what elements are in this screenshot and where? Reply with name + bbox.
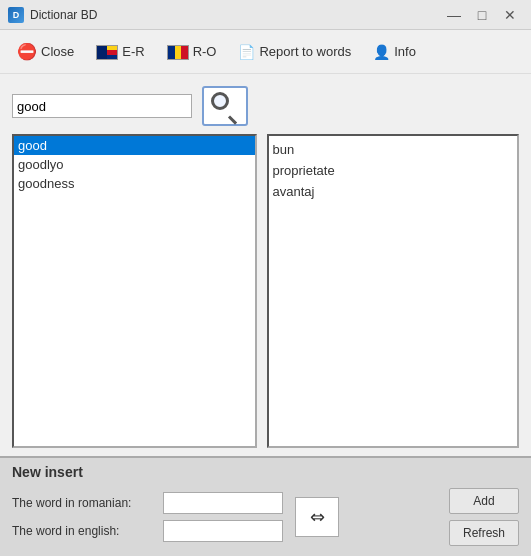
window-title: Dictionar BD [30, 8, 97, 22]
form-fields: The word in romanian: The word in englis… [12, 492, 283, 542]
swap-container: ⇔ [291, 497, 339, 537]
word-list[interactable]: goodgoodlyogoodness [12, 134, 257, 448]
search-area [12, 86, 519, 126]
report-button[interactable]: 📄 Report to words [229, 35, 360, 69]
refresh-button[interactable]: Refresh [449, 520, 519, 546]
list-item[interactable]: good [14, 136, 255, 155]
romanian-input[interactable] [163, 492, 283, 514]
title-left: D Dictionar BD [8, 7, 97, 23]
translation-line: bun [273, 140, 514, 161]
list-item[interactable]: goodness [14, 174, 255, 193]
english-row: The word in english: [12, 520, 283, 542]
er-label: E-R [122, 44, 144, 59]
ro-label: R-O [193, 44, 217, 59]
app-icon: D [8, 7, 24, 23]
list-item[interactable]: goodlyo [14, 155, 255, 174]
info-icon: 👤 [373, 44, 390, 60]
ro-button[interactable]: R-O [158, 35, 226, 69]
er-flag-icon [96, 43, 118, 59]
magnifier-icon [211, 92, 239, 120]
close-icon: ⛔ [17, 42, 37, 61]
lists-area: goodgoodlyogoodness bunproprietateavanta… [12, 134, 519, 448]
swap-button[interactable]: ⇔ [295, 497, 339, 537]
minimize-button[interactable]: — [441, 4, 467, 26]
maximize-button[interactable]: □ [469, 4, 495, 26]
search-button[interactable] [202, 86, 248, 126]
ro-flag-icon [167, 43, 189, 59]
swap-arrows-icon: ⇔ [310, 506, 325, 528]
toolbar: ⛔ Close E-R R-O 📄 Report to words 👤 Info [0, 30, 531, 74]
title-bar: D Dictionar BD — □ ✕ [0, 0, 531, 30]
er-button[interactable]: E-R [87, 35, 153, 69]
search-input[interactable] [12, 94, 192, 118]
info-button[interactable]: 👤 Info [364, 35, 425, 69]
translation-line: avantaj [273, 182, 514, 203]
close-window-button[interactable]: ✕ [497, 4, 523, 26]
close-label: Close [41, 44, 74, 59]
english-label: The word in english: [12, 524, 157, 538]
translation-line: proprietate [273, 161, 514, 182]
info-label: Info [394, 44, 416, 59]
close-toolbar-button[interactable]: ⛔ Close [8, 35, 83, 69]
report-icon: 📄 [238, 44, 255, 60]
translation-box: bunproprietateavantaj [267, 134, 520, 448]
romanian-label: The word in romanian: [12, 496, 157, 510]
romanian-row: The word in romanian: [12, 492, 283, 514]
new-insert-header: New insert [12, 464, 519, 480]
title-controls: — □ ✕ [441, 4, 523, 26]
english-input[interactable] [163, 520, 283, 542]
new-insert-section: New insert The word in romanian: The wor… [0, 456, 531, 556]
report-label: Report to words [259, 44, 351, 59]
add-button[interactable]: Add [449, 488, 519, 514]
main-content: goodgoodlyogoodness bunproprietateavanta… [0, 74, 531, 456]
action-buttons: Add Refresh [449, 488, 519, 546]
